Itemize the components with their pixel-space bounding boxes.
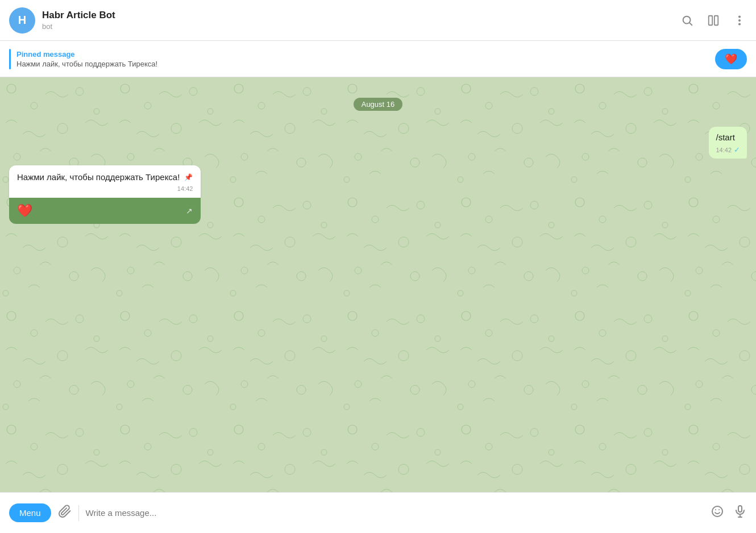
pin-icon: 📌 (184, 173, 193, 181)
pinned-label: Pinned message (16, 50, 709, 59)
bottom-right-icons (711, 505, 747, 522)
search-icon[interactable] (680, 13, 695, 28)
svg-line-1 (689, 23, 692, 25)
svg-point-5 (738, 19, 741, 21)
message-text: Нажми лайк, чтобы поддержать Тирекса! (17, 171, 180, 183)
chat-content: August 16 /start 14:42 ✓ Нажми лайк, что… (0, 77, 756, 492)
emoji-icon[interactable] (711, 505, 724, 522)
chat-subtitle: bot (42, 22, 680, 31)
message-meta: 14:42 (17, 185, 193, 192)
chat-area: August 16 /start 14:42 ✓ Нажми лайк, что… (0, 77, 756, 492)
menu-button[interactable]: Menu (9, 503, 51, 522)
bot-text-bubble: Нажми лайк, чтобы поддержать Тирекса! 📌 … (9, 165, 201, 198)
message-time: 14:42 (177, 185, 193, 192)
header-actions (680, 13, 747, 28)
heart-emoji: ❤️ (725, 53, 737, 65)
more-icon[interactable] (732, 13, 747, 28)
outgoing-message-bubble: /start 14:42 ✓ (709, 127, 747, 159)
chat-title: Habr Article Bot (42, 10, 680, 21)
pinned-bar-accent (9, 49, 11, 69)
date-pill: August 16 (354, 98, 403, 111)
message-text: /start (716, 131, 740, 143)
message-time: 14:42 (716, 147, 732, 153)
pinned-text-block: Pinned message Нажми лайк, чтобы поддерж… (16, 50, 709, 68)
message-meta: 14:42 ✓ (716, 145, 740, 154)
chat-header: H Habr Article Bot bot (0, 0, 756, 41)
arrow-icon: ↗ (186, 206, 193, 215)
svg-rect-2 (709, 15, 712, 25)
pinned-bar: Pinned message Нажми лайк, чтобы поддерж… (0, 41, 756, 77)
svg-point-6 (738, 23, 741, 25)
bot-message-wrapper: Нажми лайк, чтобы поддержать Тирекса! 📌 … (9, 165, 201, 224)
pinned-content: Нажми лайк, чтобы поддержать Тирекса! (16, 60, 709, 68)
bot-heart-button[interactable]: ❤️ ↗ (9, 198, 201, 224)
svg-point-7 (712, 506, 722, 517)
input-divider (78, 505, 79, 521)
svg-rect-3 (715, 15, 718, 25)
bottom-bar: Menu (0, 492, 756, 533)
svg-point-4 (738, 15, 741, 18)
microphone-icon[interactable] (733, 505, 747, 522)
header-info: Habr Article Bot bot (42, 10, 680, 31)
check-icon: ✓ (734, 145, 740, 154)
attach-icon[interactable] (58, 505, 72, 522)
bot-heart-content: ❤️ (17, 203, 32, 218)
message-input[interactable] (86, 508, 704, 518)
message-row: /start 14:42 ✓ (9, 127, 747, 159)
pinned-heart-button[interactable]: ❤️ (715, 49, 747, 69)
heart-emoji: ❤️ (17, 203, 32, 218)
columns-icon[interactable] (706, 13, 721, 28)
date-separator: August 16 (9, 98, 747, 111)
svg-rect-10 (738, 506, 742, 512)
avatar: H (9, 7, 35, 34)
message-row: Нажми лайк, чтобы поддержать Тирекса! 📌 … (9, 165, 747, 224)
